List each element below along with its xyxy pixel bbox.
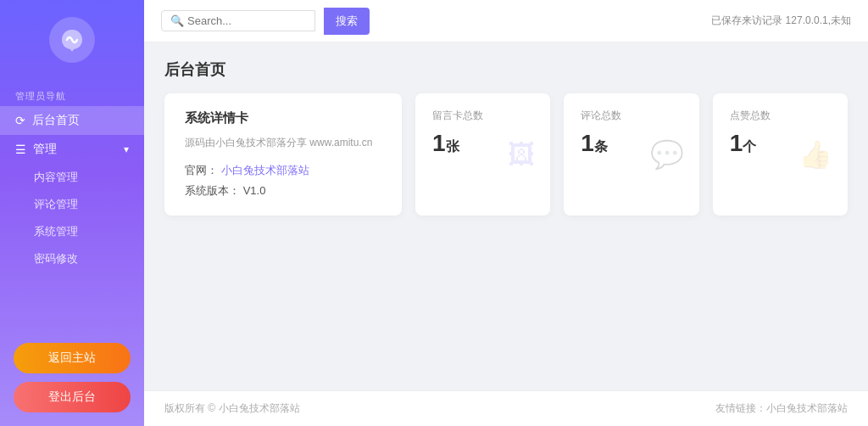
stat-label-comments: 评论总数 bbox=[581, 109, 682, 123]
system-card-version: 系统版本： V1.0 bbox=[185, 183, 381, 199]
nav-home-label: 后台首页 bbox=[32, 113, 80, 128]
nav-sub-password[interactable]: 密码修改 bbox=[0, 245, 144, 272]
main-area: 🔍 搜索 已保存来访记录 127.0.0.1,未知 后台首页 系统详情卡 源码由… bbox=[144, 0, 868, 426]
home-icon: ⟳ bbox=[15, 114, 25, 127]
nav-group-manage[interactable]: ☰ 管理 ▾ bbox=[0, 135, 144, 164]
cards-row: 系统详情卡 源码由小白兔技术部落分享 www.amitu.cn 官网： 小白兔技… bbox=[164, 93, 848, 216]
footer: 版权所有 © 小白兔技术部落站 友情链接：小白兔技术部落站 bbox=[144, 390, 868, 426]
nav-item-home[interactable]: ⟳ 后台首页 bbox=[0, 106, 144, 135]
logo-area bbox=[49, 17, 95, 63]
content-area: 后台首页 系统详情卡 源码由小白兔技术部落分享 www.amitu.cn 官网：… bbox=[144, 42, 868, 390]
sidebar: 管理员导航 ⟳ 后台首页 ☰ 管理 ▾ 内容管理 评论管理 系统管理 密码修改 … bbox=[0, 0, 144, 426]
nav-manage-label: 管理 bbox=[33, 142, 57, 157]
logout-button[interactable]: 登出后台 bbox=[14, 382, 131, 412]
stat-label-messages: 留言卡总数 bbox=[432, 109, 533, 123]
search-button[interactable]: 搜索 bbox=[324, 8, 370, 35]
stat-card-comments: 评论总数 1条 💬 bbox=[564, 93, 698, 216]
logo-icon bbox=[49, 17, 95, 63]
nav-sub-content[interactable]: 内容管理 bbox=[0, 164, 144, 191]
topbar: 🔍 搜索 已保存来访记录 127.0.0.1,未知 bbox=[144, 0, 868, 42]
nav-sub-comment[interactable]: 评论管理 bbox=[0, 191, 144, 218]
system-card-desc: 源码由小白兔技术部落分享 www.amitu.cn bbox=[185, 135, 381, 151]
visit-record: 已保存来访记录 127.0.0.1,未知 bbox=[711, 14, 851, 28]
stat-card-messages: 留言卡总数 1张 🖼 bbox=[415, 93, 550, 216]
stat-card-likes: 点赞总数 1个 👍 bbox=[713, 93, 848, 216]
return-main-button[interactable]: 返回主站 bbox=[14, 343, 131, 373]
nav-section-title: 管理员导航 bbox=[0, 83, 144, 106]
stat-label-likes: 点赞总数 bbox=[730, 109, 831, 123]
official-link[interactable]: 小白兔技术部落站 bbox=[221, 164, 309, 177]
chevron-down-icon: ▾ bbox=[124, 143, 129, 155]
footer-links: 友情链接：小白兔技术部落站 bbox=[715, 401, 848, 416]
search-box: 🔍 bbox=[161, 10, 315, 31]
stat-icon-comments: 💬 bbox=[650, 138, 684, 171]
sidebar-buttons: 返回主站 登出后台 bbox=[0, 343, 144, 412]
system-card-official: 官网： 小白兔技术部落站 bbox=[185, 163, 381, 178]
manage-icon: ☰ bbox=[15, 143, 26, 156]
system-card: 系统详情卡 源码由小白兔技术部落分享 www.amitu.cn 官网： 小白兔技… bbox=[164, 93, 402, 216]
stat-icon-messages: 🖼 bbox=[508, 139, 535, 171]
footer-copyright: 版权所有 © 小白兔技术部落站 bbox=[164, 401, 300, 416]
search-input[interactable] bbox=[187, 14, 306, 27]
search-icon: 🔍 bbox=[170, 14, 184, 27]
page-title: 后台首页 bbox=[164, 59, 848, 80]
nav-sub-system[interactable]: 系统管理 bbox=[0, 218, 144, 245]
stat-icon-likes: 👍 bbox=[798, 138, 832, 171]
system-card-title: 系统详情卡 bbox=[185, 110, 381, 126]
